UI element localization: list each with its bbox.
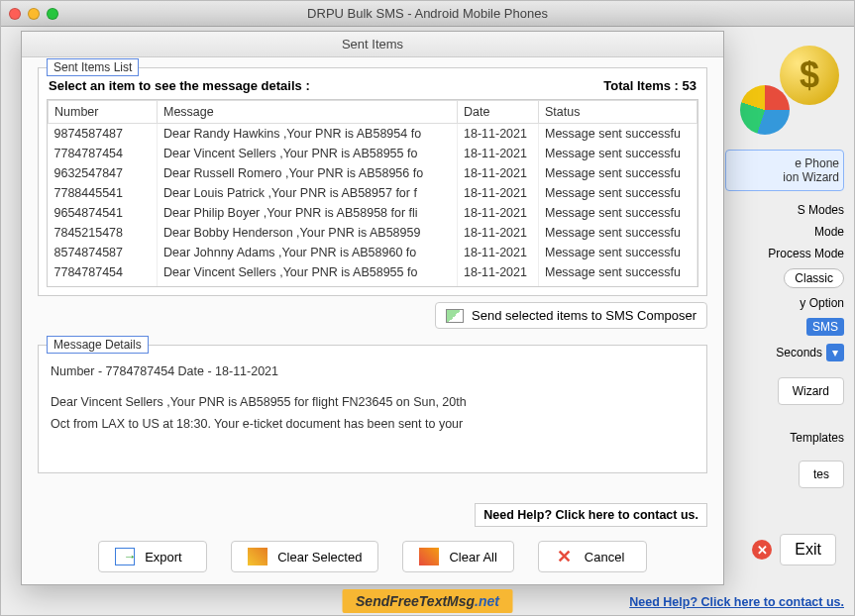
clear-all-button[interactable]: Clear All bbox=[402, 541, 513, 572]
col-number[interactable]: Number bbox=[49, 101, 158, 124]
clear-selected-icon bbox=[248, 548, 267, 565]
table-row[interactable]: 7845215478Dear Bobby Henderson ,Your PNR… bbox=[49, 223, 697, 243]
classic-pill[interactable]: Classic bbox=[784, 268, 844, 288]
items-table: Number Message Date Status 9874587487Dea… bbox=[48, 100, 697, 287]
titlebar: DRPU Bulk SMS - Android Mobile Phones bbox=[1, 1, 854, 27]
templates-label: Templates bbox=[725, 427, 844, 449]
bg-process-mode: Process Mode bbox=[725, 243, 844, 264]
list-legend: Sent Items List bbox=[47, 58, 139, 76]
instruction-text: Select an item to see the message detail… bbox=[49, 78, 310, 93]
details-body: Number - 7784787454 Date - 18-11-2021 De… bbox=[47, 356, 698, 441]
send-to-composer-button[interactable]: Send selected items to SMS Composer bbox=[435, 302, 707, 329]
window-title: DRPU Bulk SMS - Android Mobile Phones bbox=[1, 6, 854, 21]
export-icon bbox=[115, 548, 135, 565]
bg-modes: S Modes bbox=[725, 199, 844, 221]
exit-button[interactable]: Exit bbox=[780, 534, 836, 565]
items-table-wrap[interactable]: Number Message Date Status 9874587487Dea… bbox=[47, 99, 698, 287]
clear-selected-button[interactable]: Clear Selected bbox=[231, 541, 378, 572]
table-row[interactable]: 8574874587Dear Johnny Adams ,Your PNR is… bbox=[49, 243, 697, 262]
header-graphics: $ bbox=[745, 41, 844, 120]
wizard-button[interactable]: Wizard bbox=[778, 377, 844, 405]
bg-phone-label: e Phone bbox=[730, 156, 839, 170]
clear-all-icon bbox=[419, 548, 439, 565]
col-date[interactable]: Date bbox=[458, 101, 539, 124]
envelope-icon bbox=[446, 309, 464, 323]
col-status[interactable]: Status bbox=[539, 101, 697, 124]
table-row[interactable]: 7784787454Dear Vincent Sellers ,Your PNR… bbox=[49, 144, 697, 163]
tes-button[interactable]: tes bbox=[799, 461, 844, 488]
table-row[interactable]: 9874587487Dear Randy Hawkins ,Your PNR i… bbox=[49, 124, 697, 145]
bg-mode: Mode bbox=[725, 221, 844, 243]
exit-icon[interactable]: ✕ bbox=[752, 540, 772, 560]
seconds-select[interactable]: ▾ bbox=[826, 344, 844, 361]
dialog-button-row: Export Clear Selected Clear All ✕Cancel bbox=[22, 541, 723, 572]
footer-help-link[interactable]: Need Help? Click here to contact us. bbox=[629, 595, 844, 609]
dialog-title: Sent Items bbox=[22, 32, 723, 57]
total-items: Total Items : 53 bbox=[603, 78, 696, 93]
pie-chart-icon bbox=[740, 85, 790, 135]
bg-option: y Option bbox=[725, 292, 844, 314]
sent-items-list-group: Sent Items List Select an item to see th… bbox=[38, 67, 707, 296]
seconds-label: Seconds bbox=[776, 346, 822, 359]
col-message[interactable]: Message bbox=[158, 101, 458, 124]
table-row[interactable]: 9632547847Dear Russell Romero ,Your PNR … bbox=[49, 163, 697, 183]
sms-select[interactable]: SMS bbox=[806, 318, 844, 336]
table-row[interactable]: 7784787454Dear Vincent Sellers ,Your PNR… bbox=[49, 262, 697, 282]
cancel-button[interactable]: ✕Cancel bbox=[538, 541, 647, 572]
exit-row: ✕ Exit bbox=[752, 534, 836, 565]
table-row[interactable]: 7788445541Dear Louis Patrick ,Your PNR i… bbox=[49, 183, 697, 203]
table-row[interactable]: 9654874541Dear Philip Boyer ,Your PNR is… bbox=[49, 203, 697, 223]
background-panel: e Phone ion Wizard S Modes Mode Process … bbox=[725, 150, 844, 492]
table-row[interactable]: 9632547847Dear Russell Romero ,Your PNR … bbox=[49, 282, 697, 287]
coin-icon: $ bbox=[780, 46, 839, 105]
details-legend: Message Details bbox=[47, 336, 149, 354]
brand-badge: SendFreeTextMsg.net bbox=[342, 589, 513, 613]
message-details-group: Message Details Number - 7784787454 Date… bbox=[38, 345, 707, 473]
bg-wizard-label: ion Wizard bbox=[730, 170, 839, 184]
help-strip[interactable]: Need Help? Click here to contact us. bbox=[475, 503, 707, 527]
export-button[interactable]: Export bbox=[98, 541, 207, 572]
sent-items-dialog: Sent Items Sent Items List Select an ite… bbox=[21, 31, 724, 585]
cancel-icon: ✕ bbox=[555, 548, 575, 565]
